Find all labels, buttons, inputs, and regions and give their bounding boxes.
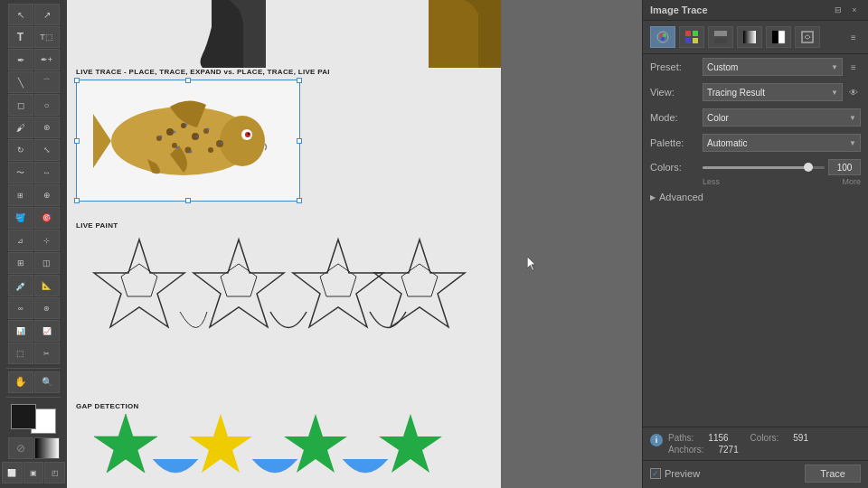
fill-color-box[interactable] (11, 404, 36, 429)
width-tool[interactable]: ↔ (34, 162, 60, 183)
blend-tool[interactable]: ∞ (8, 297, 33, 319)
tool-row-view: ⬜ ▣ ◰ (2, 462, 65, 483)
svg-rect-39 (685, 31, 691, 36)
handle-tl (74, 78, 80, 83)
colored-stars-svg (76, 414, 474, 486)
view-select[interactable]: Tracing Result ▼ (703, 83, 843, 101)
line-tool[interactable]: ╲ (8, 71, 33, 93)
colors-slider[interactable] (703, 166, 825, 169)
preset-icons-row: ≡ (643, 21, 868, 54)
auto-color-icon (656, 30, 670, 44)
trace-button[interactable]: Trace (805, 465, 861, 483)
brown-cat-svg (429, 0, 501, 68)
slider-thumb[interactable] (804, 163, 813, 172)
colors-value[interactable]: 100 (828, 159, 861, 175)
high-color-icon (684, 30, 699, 44)
panel-title-bar: Image Trace ⊟ × (643, 0, 868, 21)
preset-icon-auto-color[interactable] (650, 26, 675, 48)
preset-select[interactable]: Custom ▼ (703, 58, 843, 76)
rectangle-tool[interactable]: ◻ (8, 94, 33, 116)
artboard-tool[interactable]: ⬚ (8, 343, 33, 364)
zoom-tool[interactable]: 🔍 (34, 371, 60, 393)
slice-tool[interactable]: ✂ (34, 343, 60, 364)
type-tool[interactable]: T (8, 26, 33, 48)
slider-hints: Less More (643, 177, 868, 186)
advanced-row[interactable]: ▶ Advanced (643, 188, 868, 206)
panel-title-icons: ⊟ × (832, 4, 861, 16)
panel-close-btn[interactable]: × (848, 4, 861, 16)
mode-select[interactable]: Color ▼ (703, 108, 861, 127)
gradient-tool[interactable]: ◫ (34, 252, 60, 274)
mode-value: Color (707, 113, 729, 123)
preset-label: Preset: (650, 61, 703, 72)
selection-tool[interactable]: ↖ (8, 4, 33, 25)
live-paint-selection[interactable]: 🎯 (34, 207, 60, 229)
gradient-box[interactable] (34, 437, 60, 459)
bar-graph[interactable]: 📈 (34, 320, 60, 342)
palette-label: Palette: (650, 137, 703, 148)
svg-point-18 (190, 150, 193, 153)
outline-icon (800, 30, 815, 44)
add-anchor[interactable]: ✒+ (34, 49, 60, 70)
fish-image (89, 91, 288, 191)
rotate-tool[interactable]: ↻ (8, 139, 33, 161)
handle-mr (297, 138, 302, 144)
preview-checkbox[interactable]: ✓ (650, 468, 661, 479)
preview-label: Preview (665, 468, 700, 479)
area-type-tool[interactable]: T⬚ (34, 26, 60, 48)
warp-tool[interactable]: 〜 (8, 162, 33, 183)
advanced-label: Advanced (659, 192, 703, 202)
svg-marker-28 (374, 239, 465, 327)
toggle-art[interactable]: ▣ (24, 462, 44, 483)
toggle-view[interactable]: ◰ (44, 462, 65, 483)
view-eye-icon[interactable]: 👁 (846, 85, 861, 99)
color-boxes (11, 404, 56, 434)
measure-tool[interactable]: 📐 (34, 275, 60, 296)
svg-point-14 (174, 130, 176, 133)
preset-icon-low-color[interactable] (708, 26, 733, 48)
perspective-grid[interactable]: ⊿ (8, 230, 33, 251)
hand-tool[interactable]: ✋ (8, 371, 33, 393)
handle-br (297, 198, 302, 203)
mode-row: Mode: Color ▼ (643, 105, 868, 130)
column-graph[interactable]: 📊 (8, 320, 33, 342)
paintbrush-tool[interactable]: 🖌 (8, 117, 33, 138)
change-screen-mode[interactable]: ⬜ (2, 462, 23, 483)
tool-row-special: ⊘ (2, 437, 65, 459)
direct-selection-tool[interactable]: ↗ (34, 4, 60, 25)
pen-tool[interactable]: ✒ (8, 49, 33, 70)
live-paint-bucket[interactable]: 🪣 (8, 207, 33, 229)
scale-tool[interactable]: ⤡ (34, 139, 60, 161)
preview-checkbox-row[interactable]: ✓ Preview (650, 468, 700, 479)
shape-builder-tool[interactable]: ⊕ (34, 184, 60, 206)
perspective-selection[interactable]: ⊹ (34, 230, 60, 251)
panel-float-btn[interactable]: ⊟ (832, 4, 844, 16)
ellipse-tool[interactable]: ○ (34, 94, 60, 116)
symbol-sprayer[interactable]: ⊛ (34, 297, 60, 319)
tool-separator (6, 368, 61, 369)
preset-arrow-icon: ▼ (831, 63, 838, 71)
toolbar-left: ↖ ↗ T T⬚ ✒ ✒+ ╲ ⌒ ◻ ○ 🖌 ⊛ ↻ ⤡ 〜 ↔ ⊞ ⊕ 🪣 … (0, 0, 67, 488)
tool-row-12: ⊞ ◫ (2, 252, 65, 274)
blob-brush-tool[interactable]: ⊛ (34, 117, 60, 138)
free-transform-tool[interactable]: ⊞ (8, 184, 33, 206)
colors-info-value: 591 (793, 433, 808, 443)
mesh-tool[interactable]: ⊞ (8, 252, 33, 274)
live-trace-section: LIVE TRACE - PLACE, TRACE, EXPAND vs. PL… (76, 68, 330, 202)
preset-icon-black-white[interactable] (766, 26, 791, 48)
palette-select[interactable]: Automatic ▼ (703, 134, 861, 152)
svg-point-5 (166, 128, 174, 136)
svg-point-16 (196, 135, 199, 137)
preset-icon-grayscale[interactable] (737, 26, 762, 48)
handle-ml (74, 138, 80, 144)
tool-row-14: ∞ ⊛ (2, 297, 65, 319)
panel-menu-icon[interactable]: ≡ (846, 30, 861, 44)
none-box[interactable]: ⊘ (8, 437, 33, 459)
eyedropper-tool[interactable]: 💉 (8, 275, 33, 296)
tool-row-11: ⊿ ⊹ (2, 230, 65, 251)
arc-tool[interactable]: ⌒ (34, 71, 60, 93)
preset-icon-high-color[interactable] (679, 26, 704, 48)
preset-icon-outline[interactable] (795, 26, 820, 48)
preset-list-icon[interactable]: ≡ (846, 60, 861, 74)
live-paint-section: LIVE PAINT (76, 221, 474, 363)
